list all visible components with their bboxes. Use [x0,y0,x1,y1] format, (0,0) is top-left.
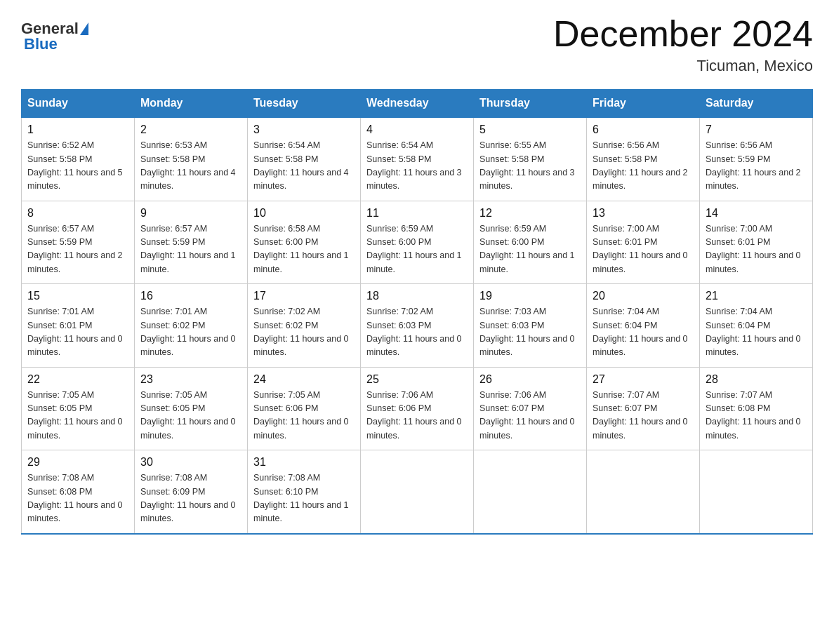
calendar-table: SundayMondayTuesdayWednesdayThursdayFrid… [21,89,813,535]
day-number: 15 [27,290,128,302]
logo-blue-text: Blue [21,35,58,53]
calendar-cell: 23Sunrise: 7:05 AMSunset: 6:05 PMDayligh… [135,367,248,450]
day-info: Sunrise: 7:07 AMSunset: 6:07 PMDaylight:… [593,389,694,443]
day-info: Sunrise: 7:02 AMSunset: 6:02 PMDaylight:… [253,305,355,360]
calendar-cell: 30Sunrise: 7:08 AMSunset: 6:09 PMDayligh… [135,450,248,534]
calendar-cell: 7Sunrise: 6:56 AMSunset: 5:59 PMDaylight… [700,117,813,201]
calendar-cell: 18Sunrise: 7:02 AMSunset: 6:03 PMDayligh… [361,284,474,368]
title-block: December 2024 Ticuman, Mexico [553,14,813,75]
week-row-4: 22Sunrise: 7:05 AMSunset: 6:05 PMDayligh… [22,367,813,450]
day-number: 28 [706,373,807,386]
day-info: Sunrise: 7:05 AMSunset: 6:05 PMDaylight:… [140,389,241,443]
calendar-header: SundayMondayTuesdayWednesdayThursdayFrid… [22,90,813,118]
day-info: Sunrise: 6:54 AMSunset: 5:58 PMDaylight:… [253,139,355,194]
day-number: 26 [479,373,581,386]
day-number: 27 [593,373,694,386]
day-number: 13 [593,207,694,220]
day-number: 19 [479,290,581,302]
calendar-cell: 31Sunrise: 7:08 AMSunset: 6:10 PMDayligh… [248,450,361,534]
calendar-cell: 5Sunrise: 6:55 AMSunset: 5:58 PMDaylight… [474,117,587,201]
day-info: Sunrise: 6:54 AMSunset: 5:58 PMDaylight:… [366,139,468,194]
day-number: 30 [140,456,241,469]
calendar-cell: 24Sunrise: 7:05 AMSunset: 6:06 PMDayligh… [248,367,361,450]
day-info: Sunrise: 7:08 AMSunset: 6:09 PMDaylight:… [140,471,241,526]
day-info: Sunrise: 6:55 AMSunset: 5:58 PMDaylight:… [479,139,581,194]
day-number: 14 [706,207,807,220]
calendar-cell: 21Sunrise: 7:04 AMSunset: 6:04 PMDayligh… [700,284,813,368]
day-header-saturday: Saturday [700,90,813,118]
day-number: 8 [27,207,128,220]
day-info: Sunrise: 7:04 AMSunset: 6:04 PMDaylight:… [706,305,807,360]
day-info: Sunrise: 6:59 AMSunset: 6:00 PMDaylight:… [366,222,468,277]
day-info: Sunrise: 6:56 AMSunset: 5:59 PMDaylight:… [706,139,807,194]
calendar-cell: 16Sunrise: 7:01 AMSunset: 6:02 PMDayligh… [135,284,248,368]
day-info: Sunrise: 7:04 AMSunset: 6:04 PMDaylight:… [593,305,694,360]
calendar-cell: 28Sunrise: 7:07 AMSunset: 6:08 PMDayligh… [700,367,813,450]
calendar-cell: 15Sunrise: 7:01 AMSunset: 6:01 PMDayligh… [22,284,135,368]
day-info: Sunrise: 6:59 AMSunset: 6:00 PMDaylight:… [479,222,581,277]
day-number: 4 [366,123,468,136]
day-info: Sunrise: 6:58 AMSunset: 6:00 PMDaylight:… [253,222,355,277]
calendar-cell: 11Sunrise: 6:59 AMSunset: 6:00 PMDayligh… [361,201,474,284]
day-number: 9 [140,207,241,220]
day-header-monday: Monday [135,90,248,118]
day-info: Sunrise: 7:05 AMSunset: 6:06 PMDaylight:… [253,389,355,443]
day-info: Sunrise: 7:00 AMSunset: 6:01 PMDaylight:… [593,222,694,277]
day-number: 11 [366,207,468,220]
calendar-cell: 27Sunrise: 7:07 AMSunset: 6:07 PMDayligh… [587,367,700,450]
day-number: 29 [27,456,128,469]
day-info: Sunrise: 7:08 AMSunset: 6:08 PMDaylight:… [27,471,128,526]
day-number: 3 [253,123,355,136]
day-number: 22 [27,373,128,386]
day-header-thursday: Thursday [474,90,587,118]
day-number: 18 [366,290,468,302]
day-number: 5 [479,123,581,136]
week-row-1: 1Sunrise: 6:52 AMSunset: 5:58 PMDaylight… [22,117,813,201]
header-row: SundayMondayTuesdayWednesdayThursdayFrid… [22,90,813,118]
day-number: 12 [479,207,581,220]
calendar-cell: 4Sunrise: 6:54 AMSunset: 5:58 PMDaylight… [361,117,474,201]
calendar-cell: 19Sunrise: 7:03 AMSunset: 6:03 PMDayligh… [474,284,587,368]
day-info: Sunrise: 6:57 AMSunset: 5:59 PMDaylight:… [140,222,241,277]
day-info: Sunrise: 7:01 AMSunset: 6:01 PMDaylight:… [27,305,128,360]
week-row-5: 29Sunrise: 7:08 AMSunset: 6:08 PMDayligh… [22,450,813,534]
calendar-cell: 29Sunrise: 7:08 AMSunset: 6:08 PMDayligh… [22,450,135,534]
day-header-tuesday: Tuesday [248,90,361,118]
calendar-cell [587,450,700,534]
calendar-cell [474,450,587,534]
calendar-cell: 17Sunrise: 7:02 AMSunset: 6:02 PMDayligh… [248,284,361,368]
calendar-cell: 2Sunrise: 6:53 AMSunset: 5:58 PMDaylight… [135,117,248,201]
week-row-2: 8Sunrise: 6:57 AMSunset: 5:59 PMDaylight… [22,201,813,284]
day-number: 1 [27,123,128,136]
day-number: 6 [593,123,694,136]
day-number: 10 [253,207,355,220]
day-info: Sunrise: 6:56 AMSunset: 5:58 PMDaylight:… [593,139,694,194]
calendar-body: 1Sunrise: 6:52 AMSunset: 5:58 PMDaylight… [22,117,813,534]
day-number: 31 [253,456,355,469]
location-text: Ticuman, Mexico [553,57,813,75]
day-number: 24 [253,373,355,386]
day-info: Sunrise: 7:01 AMSunset: 6:02 PMDaylight:… [140,305,241,360]
day-info: Sunrise: 6:57 AMSunset: 5:59 PMDaylight:… [27,222,128,277]
day-info: Sunrise: 7:06 AMSunset: 6:06 PMDaylight:… [366,389,468,443]
day-header-sunday: Sunday [22,90,135,118]
day-info: Sunrise: 7:06 AMSunset: 6:07 PMDaylight:… [479,389,581,443]
calendar-cell: 20Sunrise: 7:04 AMSunset: 6:04 PMDayligh… [587,284,700,368]
calendar-cell: 14Sunrise: 7:00 AMSunset: 6:01 PMDayligh… [700,201,813,284]
calendar-cell: 12Sunrise: 6:59 AMSunset: 6:00 PMDayligh… [474,201,587,284]
logo-triangle-icon [80,22,88,35]
day-info: Sunrise: 7:07 AMSunset: 6:08 PMDaylight:… [706,389,807,443]
day-info: Sunrise: 7:08 AMSunset: 6:10 PMDaylight:… [253,471,355,526]
calendar-cell: 1Sunrise: 6:52 AMSunset: 5:58 PMDaylight… [22,117,135,201]
day-info: Sunrise: 7:05 AMSunset: 6:05 PMDaylight:… [27,389,128,443]
calendar-cell [700,450,813,534]
calendar-cell: 22Sunrise: 7:05 AMSunset: 6:05 PMDayligh… [22,367,135,450]
day-number: 16 [140,290,241,302]
day-info: Sunrise: 7:03 AMSunset: 6:03 PMDaylight:… [479,305,581,360]
month-title: December 2024 [553,14,813,54]
calendar-cell: 8Sunrise: 6:57 AMSunset: 5:59 PMDaylight… [22,201,135,284]
calendar-cell: 3Sunrise: 6:54 AMSunset: 5:58 PMDaylight… [248,117,361,201]
day-info: Sunrise: 7:02 AMSunset: 6:03 PMDaylight:… [366,305,468,360]
day-number: 7 [706,123,807,136]
calendar-cell [361,450,474,534]
